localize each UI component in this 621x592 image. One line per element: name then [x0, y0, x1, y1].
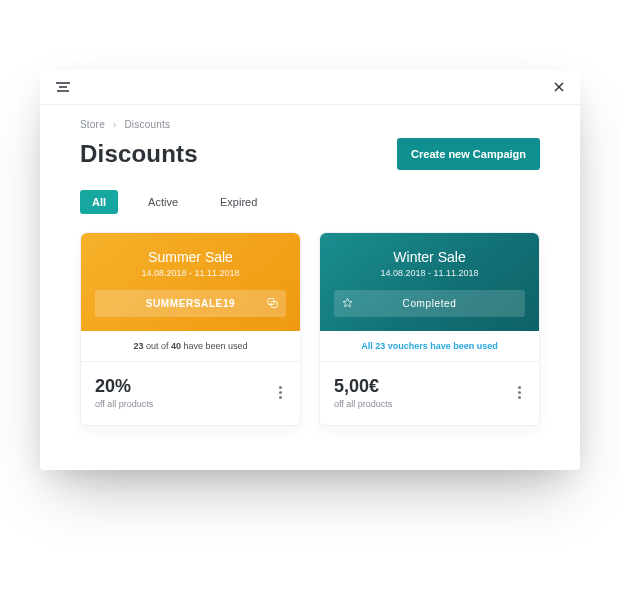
card-body: 20% off all products [81, 362, 300, 425]
breadcrumb: Store › Discounts [80, 119, 540, 130]
create-campaign-button[interactable]: Create new Campaign [397, 138, 540, 170]
discount-amount: 20% [95, 376, 153, 397]
status-text: Completed [403, 298, 457, 309]
app-window: Store › Discounts Discounts Create new C… [40, 70, 580, 470]
card-header: Winter Sale 14.08.2018 - 11.11.2018 Comp… [320, 233, 539, 331]
tabs: All Active Expired [80, 190, 540, 214]
more-menu-button[interactable] [275, 382, 286, 403]
usage-link[interactable]: All 23 vouchers have been used [320, 331, 539, 362]
card-title: Summer Sale [95, 249, 286, 265]
more-menu-button[interactable] [514, 382, 525, 403]
content: Store › Discounts Discounts Create new C… [40, 105, 580, 426]
discount-amount: 5,00€ [334, 376, 392, 397]
voucher-code-text: SUMMERSALE19 [146, 298, 235, 309]
card-body: 5,00€ off all products [320, 362, 539, 425]
status-pill: Completed [334, 290, 525, 317]
usage-summary: 23 out of 40 have been used [81, 331, 300, 362]
card-header: Summer Sale 14.08.2018 - 11.11.2018 SUMM… [81, 233, 300, 331]
voucher-code[interactable]: SUMMERSALE19 [95, 290, 286, 317]
tab-active[interactable]: Active [136, 190, 190, 214]
usage-suffix: have been used [181, 341, 248, 351]
discount-sub: off all products [334, 399, 392, 409]
title-row: Discounts Create new Campaign [80, 138, 540, 170]
card-dates: 14.08.2018 - 11.11.2018 [95, 268, 286, 278]
usage-total: 40 [171, 341, 181, 351]
discount-sub: off all products [95, 399, 153, 409]
usage-mid: out of [143, 341, 171, 351]
discount-card: Summer Sale 14.08.2018 - 11.11.2018 SUMM… [80, 232, 301, 426]
topbar [40, 70, 580, 105]
chevron-right-icon: › [113, 119, 117, 130]
discount-value: 20% off all products [95, 376, 153, 409]
star-icon [342, 297, 353, 310]
cards: Summer Sale 14.08.2018 - 11.11.2018 SUMM… [80, 232, 540, 426]
close-icon[interactable] [554, 82, 564, 92]
menu-icon[interactable] [56, 82, 70, 92]
tab-expired[interactable]: Expired [208, 190, 269, 214]
discount-card: Winter Sale 14.08.2018 - 11.11.2018 Comp… [319, 232, 540, 426]
discount-value: 5,00€ off all products [334, 376, 392, 409]
tab-all[interactable]: All [80, 190, 118, 214]
card-dates: 14.08.2018 - 11.11.2018 [334, 268, 525, 278]
page-title: Discounts [80, 140, 198, 168]
breadcrumb-root[interactable]: Store [80, 119, 105, 130]
breadcrumb-current: Discounts [124, 119, 170, 130]
card-title: Winter Sale [334, 249, 525, 265]
copy-icon[interactable] [267, 297, 278, 310]
usage-used: 23 [133, 341, 143, 351]
